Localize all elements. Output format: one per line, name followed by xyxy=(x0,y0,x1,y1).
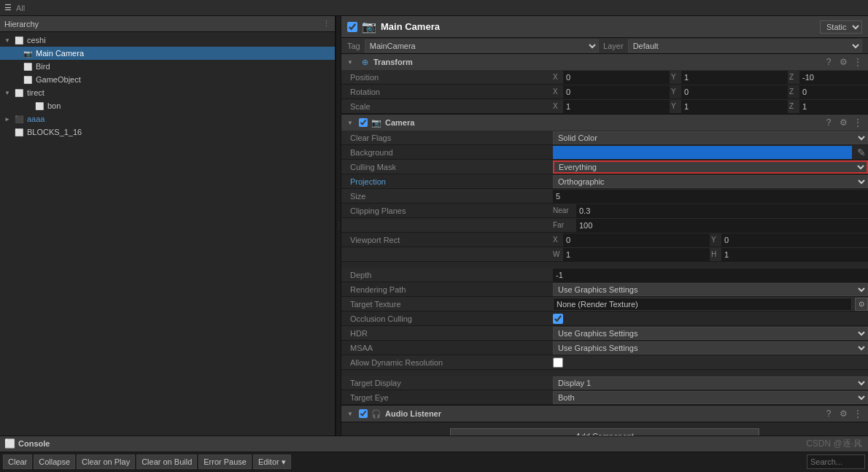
target-display-dropdown[interactable]: Display 1 xyxy=(553,376,868,390)
dynamic-resolution-checkbox[interactable] xyxy=(553,357,563,368)
property-target-texture: Target Texture None (Render Texture) ⊙ xyxy=(341,297,868,312)
expand-blocks xyxy=(3,128,12,136)
size-input[interactable] xyxy=(553,190,868,203)
property-background: Background ✎ xyxy=(341,145,868,160)
hierarchy-menu-icon[interactable]: ⋮ xyxy=(322,19,330,28)
target-eye-dropdown[interactable]: Both xyxy=(553,391,868,404)
hierarchy-item-aaaa[interactable]: ⬛ aaaa xyxy=(0,112,335,125)
background-value: ✎ xyxy=(553,146,868,159)
audio-settings-btn[interactable]: ⚙ xyxy=(837,409,849,419)
component-header-audio[interactable]: 🎧 Audio Listener ? ⚙ ⋮ xyxy=(341,406,868,422)
pos-x-input[interactable] xyxy=(563,71,670,84)
expand-camera[interactable] xyxy=(346,118,354,127)
background-label: Background xyxy=(341,148,553,157)
pos-x-label: X xyxy=(553,73,562,81)
projection-dropdown[interactable]: Orthographic xyxy=(553,175,868,188)
spacer-1 xyxy=(341,262,868,268)
expand-tirect[interactable] xyxy=(3,88,12,97)
clear-flags-dropdown[interactable]: Solid Color xyxy=(553,131,868,144)
rot-y-input[interactable] xyxy=(681,85,788,98)
component-camera: 📷 Camera ? ⚙ ⋮ Clear Flags Solid Color xyxy=(341,115,868,406)
camera-help-btn[interactable]: ? xyxy=(823,117,834,128)
target-texture-pick-btn[interactable]: ⊙ xyxy=(855,298,868,311)
projection-label[interactable]: Projection xyxy=(341,177,553,186)
vp-x-input[interactable] xyxy=(563,233,710,247)
hierarchy-item-bon[interactable]: ⬜ bon xyxy=(0,99,335,112)
hdr-dropdown[interactable]: Use Graphics Settings xyxy=(553,327,868,340)
rot-x-input[interactable] xyxy=(563,85,670,98)
rot-z-input[interactable] xyxy=(799,85,868,98)
static-dropdown[interactable]: Static xyxy=(820,20,862,34)
camera-menu-btn[interactable]: ⋮ xyxy=(852,117,864,128)
target-display-value: Display 1 xyxy=(553,376,868,390)
hierarchy-item-gameobject[interactable]: ⬜ GameObject xyxy=(0,73,335,86)
console-error-pause-btn[interactable]: Error Pause xyxy=(198,454,252,469)
hierarchy-item-tirect[interactable]: ⬜ tirect xyxy=(0,86,335,99)
pos-z-label: Z xyxy=(789,73,798,81)
add-component-section: Add Component xyxy=(341,422,868,436)
layer-label: Layer xyxy=(603,42,624,50)
console-clear-on-play-btn[interactable]: Clear on Play xyxy=(77,454,135,469)
expand-aaaa[interactable] xyxy=(3,115,12,123)
transform-settings-btn[interactable]: ⚙ xyxy=(837,57,849,67)
pos-y-input[interactable] xyxy=(681,71,788,84)
component-header-transform[interactable]: ⊕ Transform ? ⚙ ⋮ xyxy=(341,54,868,70)
camera-settings-btn[interactable]: ⚙ xyxy=(837,117,849,128)
add-component-button[interactable]: Add Component xyxy=(450,428,759,436)
audio-help-btn[interactable]: ? xyxy=(823,409,834,419)
color-picker-btn[interactable]: ✎ xyxy=(855,146,868,159)
clipping-planes-label: Clipping Planes xyxy=(341,206,553,215)
console-search-input[interactable] xyxy=(807,454,865,469)
object-name-input[interactable] xyxy=(381,21,815,32)
property-clipping-near: Clipping Planes Near xyxy=(341,204,868,218)
position-value: X Y Z xyxy=(553,71,868,84)
near-input[interactable] xyxy=(576,204,868,217)
vp-y-input[interactable] xyxy=(721,233,868,247)
viewport-xy-value: X Y xyxy=(553,233,868,247)
far-input[interactable] xyxy=(576,219,868,232)
tag-dropdown[interactable]: MainCamera xyxy=(365,39,599,53)
audio-menu-btn[interactable]: ⋮ xyxy=(852,409,864,419)
clear-flags-value: Solid Color xyxy=(553,131,868,144)
top-bar: ☰ All xyxy=(0,0,868,16)
camera-active-checkbox[interactable] xyxy=(359,118,368,127)
console-collapse-btn[interactable]: Collapse xyxy=(34,454,75,469)
expand-ceshi[interactable] xyxy=(3,36,12,45)
hierarchy-item-bird[interactable]: ⬜ Bird xyxy=(0,60,335,73)
expand-audio[interactable] xyxy=(346,409,354,418)
scl-x-input[interactable] xyxy=(563,100,670,113)
console-editor-btn[interactable]: Editor ▾ xyxy=(253,454,291,469)
property-allow-dynamic-resolution: Allow Dynamic Resolution xyxy=(341,355,868,370)
console-clear-btn[interactable]: Clear xyxy=(3,454,32,469)
hierarchy-item-blocks[interactable]: ⬜ BLOCKS_1_16 xyxy=(0,125,335,139)
target-texture-ref: None (Render Texture) xyxy=(553,298,852,311)
scale-label: Scale xyxy=(341,102,553,111)
camera-actions: ? ⚙ ⋮ xyxy=(823,117,864,128)
panel-divider[interactable]: ⋮ xyxy=(336,16,341,436)
expand-transform[interactable] xyxy=(346,58,354,66)
transform-menu-btn[interactable]: ⋮ xyxy=(852,57,864,67)
vp-w-input[interactable] xyxy=(563,248,710,261)
scl-y-input[interactable] xyxy=(681,100,788,113)
object-active-checkbox[interactable] xyxy=(347,22,357,32)
console-clear-on-build-btn[interactable]: Clear on Build xyxy=(136,454,197,469)
rendering-path-dropdown[interactable]: Use Graphics Settings xyxy=(553,283,868,296)
transform-help-btn[interactable]: ? xyxy=(823,57,834,67)
msaa-dropdown[interactable]: Use Graphics Settings xyxy=(553,341,868,355)
audio-active-checkbox[interactable] xyxy=(359,409,368,418)
hierarchy-item-ceshi[interactable]: ⬜ ceshi xyxy=(0,34,335,47)
hierarchy-item-main-camera[interactable]: 📷 Main Camera xyxy=(0,47,335,60)
occlusion-culling-checkbox[interactable] xyxy=(553,314,563,324)
label-gameobject: GameObject xyxy=(36,75,81,84)
component-header-camera[interactable]: 📷 Camera ? ⚙ ⋮ xyxy=(341,115,868,131)
inspector-panel: 📷 Static Tag MainCamera Layer Default xyxy=(341,16,868,436)
layer-dropdown[interactable]: Default xyxy=(628,39,862,53)
pos-z-input[interactable] xyxy=(799,71,868,84)
culling-mask-dropdown[interactable]: Everything xyxy=(553,160,868,174)
background-color-swatch[interactable] xyxy=(553,146,852,159)
scl-z-input[interactable] xyxy=(799,100,868,113)
console-title: Console xyxy=(18,439,50,448)
hierarchy-content[interactable]: ⬜ ceshi 📷 Main Camera ⬜ Bird ⬜ GameObjec… xyxy=(0,32,335,436)
vp-h-input[interactable] xyxy=(721,248,868,261)
depth-input[interactable] xyxy=(553,268,868,282)
